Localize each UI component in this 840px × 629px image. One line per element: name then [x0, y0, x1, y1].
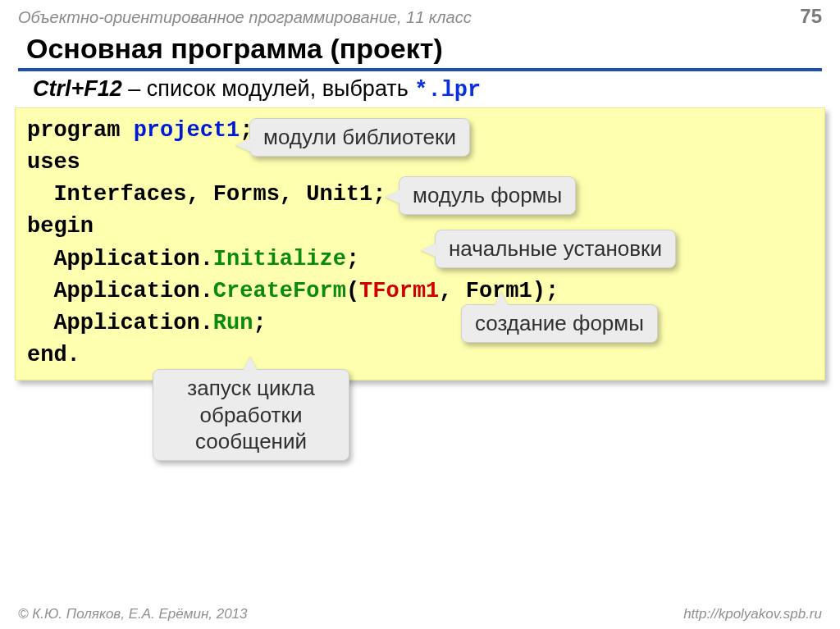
slide-title: Основная программа (проект): [0, 30, 840, 68]
callout-tail-icon: [235, 139, 250, 152]
callout-create-form: создание формы: [461, 304, 658, 343]
code-line: Application.Initialize;: [27, 244, 813, 276]
page-number: 75: [800, 5, 822, 28]
code-line: Application.Run;: [27, 308, 813, 340]
callout-tail-icon: [421, 244, 436, 257]
callout-message-loop: запуск цикла обработки сообщений: [153, 369, 349, 461]
copyright: © К.Ю. Поляков, Е.А. Ерёмин, 2013: [18, 606, 248, 622]
footer: © К.Ю. Поляков, Е.А. Ерёмин, 2013 http:/…: [0, 601, 840, 629]
code-line: end.: [27, 340, 813, 371]
callout-library-modules: модули библиотеки: [249, 118, 470, 157]
callout-tail-icon: [495, 292, 508, 305]
callout-tail-icon: [385, 190, 399, 203]
file-ext: *.lpr: [414, 78, 481, 103]
code-line: begin: [27, 211, 813, 243]
course-title: Объектно-ориентированное программировани…: [18, 8, 472, 27]
callout-initial-settings: начальные установки: [435, 230, 676, 268]
subtitle: Ctrl+F12 – список модулей, выбрать *.lpr: [0, 75, 840, 107]
footer-url: http://kpolyakov.spb.ru: [683, 606, 822, 622]
key-combo: Ctrl+F12: [33, 76, 122, 101]
code-line: Application.CreateForm(TForm1, Form1);: [27, 276, 813, 308]
callout-form-module: модуль формы: [399, 176, 576, 215]
callout-tail-icon: [244, 357, 257, 370]
title-rule: [18, 68, 822, 71]
subtitle-text: – список модулей, выбрать: [122, 76, 414, 101]
header: Объектно-ориентированное программировани…: [0, 0, 840, 30]
